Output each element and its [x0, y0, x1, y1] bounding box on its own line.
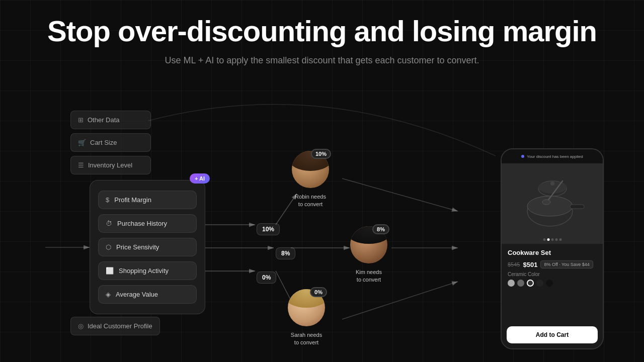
discount-node-8pct: 8%: [276, 247, 295, 259]
cookware-image: [520, 173, 585, 234]
robin-discount-badge: 10%: [311, 149, 331, 159]
robin-label: Robin needsto convert: [292, 193, 329, 209]
color-label: Ceramic Color: [508, 272, 597, 277]
price-original: $545: [508, 261, 520, 267]
swatch-4[interactable]: [536, 280, 543, 287]
swatch-1[interactable]: [508, 280, 515, 287]
checkbox-icon: ⬡: [106, 243, 111, 251]
discount-node-10pct: 10%: [257, 223, 280, 235]
swatch-2[interactable]: [517, 280, 524, 287]
phone-info: Cookware Set $545 $501 8% Off · You Save…: [502, 244, 603, 322]
svg-line-8: [342, 178, 458, 211]
phone-body: Cookware Set $545 $501 8% Off · You Save…: [502, 163, 603, 348]
svg-point-18: [542, 200, 550, 205]
hero-section: Stop over-discounting and losing margin …: [0, 15, 644, 66]
inventory-icon: ☰: [78, 161, 84, 169]
profile-icon: ◎: [78, 322, 84, 330]
swatch-3[interactable]: [527, 280, 534, 287]
discount-node-0pct: 0%: [257, 272, 276, 284]
product-image-area: [502, 163, 603, 244]
sidebar-item-inventory-level[interactable]: ☰ Inventory Level: [70, 156, 151, 174]
svg-point-16: [550, 182, 554, 186]
dot-3: [551, 238, 553, 241]
kim-label: Kim needsto convert: [350, 268, 387, 284]
sidebar-item-ideal-customer[interactable]: ◎ Ideal Customer Profile: [70, 317, 160, 335]
ai-badge: + AI: [190, 173, 210, 184]
svg-line-10: [342, 282, 458, 319]
image-dots: [543, 238, 561, 241]
svg-rect-13: [570, 205, 584, 209]
phone-mockup: Your discount has been applied: [501, 148, 604, 349]
color-swatches: [508, 280, 597, 287]
dot-1: [543, 238, 545, 241]
price-row: $545 $501 8% Off · You Save $44: [508, 260, 597, 268]
add-to-cart-button[interactable]: Add to Cart: [507, 326, 598, 343]
feature-item-average-value[interactable]: ◈ Average Value: [98, 285, 197, 304]
hero-subtitle: Use ML + AI to apply the smallest discou…: [0, 55, 644, 66]
feature-item-purchase-history[interactable]: ⏱ Purchase History: [98, 214, 197, 233]
phone-status-bar: Your discount has been applied: [521, 154, 583, 159]
feature-item-price-sensivity[interactable]: ⬡ Price Sensivity: [98, 238, 197, 256]
dot-2: [547, 238, 549, 241]
color-section: Ceramic Color: [508, 272, 597, 287]
customer-sarah: 0% Sarah needsto convert: [288, 289, 325, 347]
kim-discount-badge: 8%: [372, 224, 389, 234]
customer-kim: 8% Kim needsto convert: [350, 226, 387, 284]
activity-icon: ⬜: [106, 267, 114, 275]
hero-title: Stop over-discounting and losing margin: [0, 15, 644, 47]
dollar-icon: $: [106, 196, 109, 204]
status-dot: [521, 155, 524, 158]
customer-robin: 10% Robin needsto convert: [292, 151, 329, 209]
dot-5: [559, 238, 561, 241]
phone-notch: Your discount has been applied: [502, 149, 603, 163]
bottom-sidebar-panel: ◎ Ideal Customer Profile: [70, 317, 160, 335]
feature-card: + AI $ Profit Margin ⏱ Purchase History …: [90, 180, 205, 314]
feature-item-profit-margin[interactable]: $ Profit Margin: [98, 191, 197, 209]
sidebar-item-cart-size[interactable]: 🛒 Cart Size: [70, 133, 151, 152]
product-name: Cookware Set: [508, 249, 597, 256]
sidebar-item-other-data[interactable]: ⊞ Other Data: [70, 111, 151, 129]
feature-item-shopping-activity[interactable]: ⬜ Shopping Activity: [98, 261, 197, 280]
clock-icon: ⏱: [106, 220, 112, 227]
price-current: $501: [523, 261, 537, 268]
other-data-icon: ⊞: [78, 116, 84, 124]
svg-point-12: [527, 196, 573, 216]
sarah-label: Sarah needsto convert: [288, 331, 325, 347]
swatch-5[interactable]: [546, 280, 553, 287]
sarah-discount-badge: 0%: [310, 287, 327, 297]
top-sidebar-panel: ⊞ Other Data 🛒 Cart Size ☰ Inventory Lev…: [70, 111, 151, 174]
dot-4: [555, 238, 557, 241]
value-icon: ◈: [106, 291, 111, 298]
discount-tag: 8% Off · You Save $44: [540, 260, 593, 268]
cart-icon: 🛒: [78, 139, 86, 146]
